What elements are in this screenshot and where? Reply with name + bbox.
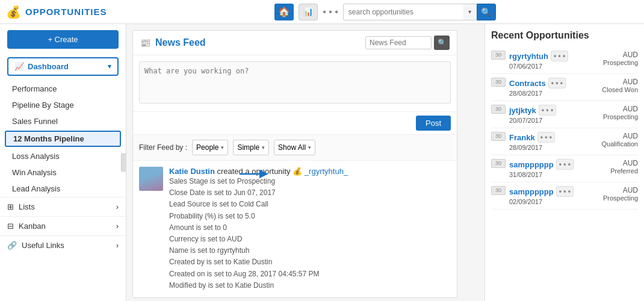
opp-date-text: 31/08/2017 (509, 171, 542, 178)
opp-currency: AUD (590, 159, 638, 167)
recent-opp-right: AUD Prospecting (590, 186, 638, 202)
opp-date-text: 02/09/2017 (509, 198, 542, 205)
opp-status: Prospecting (590, 194, 638, 202)
sidebar-section-useful-links[interactable]: 🔗 Useful Links › (0, 235, 126, 255)
recent-opp-main: sampppppp • • • 31/08/2017 (509, 159, 586, 178)
sidebar-section-kanban[interactable]: ⊟ Kanban › (0, 216, 126, 235)
sidebar-item-loss-analysis[interactable]: Loss Analysis (0, 148, 126, 164)
filter-people-select[interactable]: People ▾ (192, 140, 228, 155)
kanban-label: Kanban (19, 222, 46, 231)
sidebar-item-win-analysis[interactable]: Win Analysis (0, 164, 126, 181)
recent-opp-main: sampppppp • • • 02/09/2017 (509, 186, 586, 205)
recent-opp-main: rgyrtyhtuh • • • 07/06/2017 (509, 51, 586, 70)
date-badge: 30 (491, 186, 506, 195)
chevron-right-icon: › (116, 202, 119, 211)
sidebar-section-lists[interactable]: ⊞ Lists › (0, 197, 126, 216)
opp-menu-dots[interactable]: • • • (537, 132, 555, 143)
chevron-right-icon-2: › (116, 222, 119, 231)
recent-opp-name[interactable]: Contracts • • • (509, 78, 586, 88)
search-container: ▾ 🔍 (343, 4, 496, 20)
sidebar-item-performance[interactable]: Performance (0, 81, 126, 97)
filter-label: Filter Feed by : (139, 143, 187, 152)
post-btn-row: Post (133, 112, 457, 135)
filter-showall-select[interactable]: Show All ▾ (274, 140, 315, 155)
main-layout: + Create 📈 Dashboard ▾ Performance Pipel… (0, 24, 644, 301)
opp-menu-dots[interactable]: • • • (551, 51, 568, 61)
list-icon: ⊞ (7, 202, 14, 211)
sidebar-item-12months[interactable]: 12 Months Pipeline (5, 131, 121, 147)
opp-menu-dots[interactable]: • • • (556, 159, 574, 170)
recent-opp-right: AUD Qualification (590, 132, 638, 147)
feed-line-8: Created by is set to Katie Dustin (169, 256, 451, 268)
recent-opp-item: 30 sampppppp • • • 31/08/2017 AUD Prefer… (491, 155, 638, 182)
link-icon: 🔗 (7, 241, 17, 250)
opp-name-text: Frankk (509, 133, 535, 142)
avatar-image (139, 167, 163, 191)
opp-currency: AUD (590, 78, 638, 86)
recent-opp-name[interactable]: Frankk • • • (509, 132, 586, 143)
filter-people-label: People (196, 143, 218, 152)
dashboard-icon: 📈 (14, 62, 24, 71)
recent-opp-name[interactable]: jytjktyk • • • (509, 105, 586, 116)
opp-status: Prospecting (590, 59, 638, 66)
recent-opp-date: 28/09/2017 (509, 144, 586, 151)
news-feed-search-input[interactable] (365, 36, 432, 49)
opp-menu-dots[interactable]: • • • (548, 78, 566, 88)
date-badge: 30 (491, 159, 506, 168)
dashboard-dropdown[interactable]: 📈 Dashboard ▾ (7, 57, 119, 76)
opp-name-text: sampppppp (509, 160, 554, 169)
news-feed-input-area (133, 55, 457, 112)
recent-opp-name[interactable]: sampppppp • • • (509, 159, 586, 170)
sidebar-item-pipeline-stage[interactable]: Pipeline By Stage (0, 97, 126, 113)
feed-user-name[interactable]: Katie Dustin (169, 167, 215, 176)
recent-opp-main: jytjktyk • • • 20/07/2017 (509, 105, 586, 124)
bag-icon: 💰 (6, 5, 22, 19)
post-button[interactable]: Post (416, 116, 451, 131)
more-options-icon[interactable]: • • • (323, 7, 338, 17)
sidebar-item-sales-funnel[interactable]: Sales Funnel (0, 113, 126, 129)
recent-opp-right: AUD Preferred (590, 159, 638, 175)
opp-date-text: 07/06/2017 (509, 63, 542, 70)
recent-opp-item: 30 sampppppp • • • 02/09/2017 AUD Prospe… (491, 182, 638, 209)
opp-status: Prospecting (590, 113, 638, 120)
search-input[interactable] (343, 4, 463, 20)
bar-chart-button[interactable]: 📊 (299, 4, 318, 20)
feed-line-10: Modified by is set to Katie Dustin (169, 280, 451, 291)
news-feed-search-button[interactable]: 🔍 (434, 36, 450, 50)
sidebar-collapse-button[interactable]: ‹ (121, 154, 126, 172)
recent-opp-name[interactable]: rgyrtyhtuh • • • (509, 51, 586, 61)
news-feed-title: 📰 News Feed (140, 37, 206, 48)
recent-opp-item: 30 Contracts • • • 28/08/2017 AUD Closed… (491, 74, 638, 101)
feed-line-2: Close Date is set to Jun 07, 2017 (169, 187, 451, 199)
sidebar: + Create 📈 Dashboard ▾ Performance Pipel… (0, 24, 126, 301)
app-title: OPPORTUNITIES (25, 7, 107, 17)
search-button[interactable]: 🔍 (477, 4, 496, 20)
recent-opp-date: 20/07/2017 (509, 117, 586, 124)
recent-opportunities-title: Recent Opportunities (491, 30, 638, 41)
opp-status: Qualification (590, 140, 638, 147)
app-header: 💰 OPPORTUNITIES 🏠 📊 • • • ▾ 🔍 (0, 0, 644, 24)
kanban-icon: ⊟ (7, 222, 14, 231)
opp-menu-dots[interactable]: • • • (556, 186, 574, 197)
home-button[interactable]: 🏠 (274, 4, 294, 20)
recent-opportunities-list: 30 rgyrtyhtuh • • • 07/06/2017 AUD Prosp… (491, 47, 638, 209)
recent-opp-date: 28/08/2017 (509, 90, 586, 97)
search-dropdown-button[interactable]: ▾ (463, 4, 477, 20)
sidebar-item-lead-analysis[interactable]: Lead Analysis (0, 181, 126, 197)
opp-menu-dots[interactable]: • • • (539, 105, 556, 116)
news-feed-input[interactable] (139, 61, 451, 104)
filter-simple-select[interactable]: Simple ▾ (233, 140, 269, 155)
feed-avatar (139, 167, 163, 191)
date-day: 30 (495, 79, 501, 85)
feed-line-5: Amount is set to 0 (169, 222, 451, 234)
filter-simple-label: Simple (237, 143, 259, 152)
chevron-down-icon-showall: ▾ (308, 144, 311, 150)
feed-opportunity-link[interactable]: _rgyrtyhtuh_ (305, 167, 348, 176)
opp-date-text: 20/07/2017 (509, 117, 542, 124)
feed-line-3: Lead Source is set to Cold Call (169, 199, 451, 210)
create-button[interactable]: + Create (7, 30, 119, 49)
recent-opp-main: Contracts • • • 28/08/2017 (509, 78, 586, 97)
opp-status: Preferred (590, 167, 638, 175)
opp-currency: AUD (590, 105, 638, 113)
recent-opp-name[interactable]: sampppppp • • • (509, 186, 586, 197)
